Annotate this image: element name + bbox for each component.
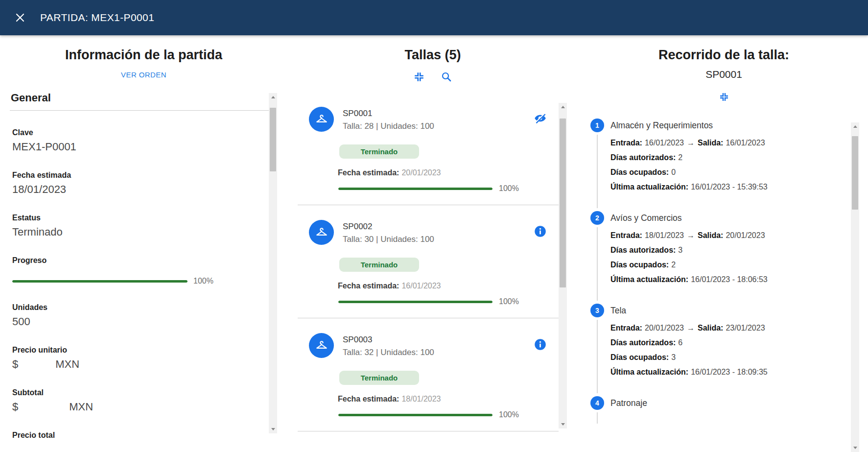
ultima-actualizacion-line: Última actualización:16/01/2023 - 15:39:… (610, 180, 768, 194)
entrada-label: Entrada: (610, 231, 642, 239)
talla-progress: 100% (338, 184, 550, 193)
salida-value: 20/01/2023 (726, 231, 765, 239)
ultima-label: Última actualización: (610, 183, 688, 191)
scroll-down-icon (271, 428, 275, 430)
card-head: SP0001 Talla: 28 | Unidades: 100 (343, 107, 434, 132)
search-button[interactable] (440, 70, 453, 84)
status-badge: Terminado (339, 371, 419, 385)
info-scrollbar[interactable] (269, 93, 277, 433)
field-value: Terminado (12, 226, 269, 238)
progress-track (338, 301, 493, 303)
talla-code: SP0001 (343, 109, 434, 119)
tallas-scrollbar[interactable] (559, 103, 567, 428)
fecha-value: 18/01/2023 (401, 395, 441, 403)
step-details: Entrada:18/01/2023→Salida:20/01/2023 Día… (610, 228, 768, 287)
talla-code: SP0003 (343, 335, 434, 345)
recorrido-panel: Recorrido de la talla: SP0001 1 Almacén … (587, 35, 860, 452)
info-scroll-area: General Clave MEX1-P0001 Fecha estimada … (10, 92, 269, 440)
scroll-up-button[interactable] (559, 103, 567, 111)
talla-card-sp0003[interactable]: SP0003 Talla: 32 | Unidades: 100 Termina… (298, 318, 559, 431)
scroll-thumb[interactable] (270, 108, 276, 171)
step-body: Almacén y Requerimientos Entrada:16/01/2… (610, 119, 768, 194)
step-name: Avíos y Comercios (610, 213, 768, 223)
fecha-value: 16/01/2023 (401, 282, 441, 290)
talla-meta: Talla: 32 | Unidades: 100 (343, 348, 434, 357)
field-estatus: Estatus Terminado (10, 214, 269, 238)
status-badge: Terminado (339, 258, 419, 272)
scroll-down-button[interactable] (851, 444, 859, 452)
currency-code: MXN (55, 358, 79, 371)
field-subtotal: Subtotal $ MXN (10, 388, 269, 413)
info-panel: Información de la partida VER ORDEN Gene… (10, 35, 278, 452)
collapse-all-button[interactable] (412, 70, 426, 84)
field-precio-total: Precio total (10, 431, 269, 440)
ver-orden-link[interactable]: VER ORDEN (10, 71, 278, 79)
field-label: Subtotal (12, 388, 269, 397)
salida-label: Salida: (698, 139, 723, 147)
currency-symbol: $ (12, 358, 18, 371)
show-route-button[interactable] (534, 225, 547, 238)
collapse-all-button[interactable] (717, 90, 731, 104)
fecha-label: Fecha estimada: (338, 168, 399, 177)
route-step-4: 4 Patronaje (590, 396, 860, 427)
step-details: Entrada:20/01/2023→Salida:23/01/2023 Día… (610, 321, 768, 380)
progress-track (338, 414, 493, 416)
scroll-up-icon (853, 125, 857, 128)
currency-code: MXN (69, 401, 93, 413)
currency-symbol: $ (12, 401, 18, 413)
scroll-up-button[interactable] (851, 122, 859, 131)
salida-label: Salida: (698, 231, 723, 239)
field-label: Precio total (12, 431, 269, 440)
modal-header: PARTIDA: MEX1-P0001 (0, 0, 868, 35)
general-section-title: General (10, 92, 269, 111)
progress-percent-label: 100% (193, 277, 213, 285)
hide-route-button[interactable] (534, 112, 547, 125)
avatar (309, 220, 334, 245)
progress-fill (338, 414, 493, 416)
scroll-thumb[interactable] (852, 136, 858, 210)
fecha-label: Fecha estimada: (338, 282, 399, 290)
scroll-down-button[interactable] (269, 425, 277, 433)
field-label: Clave (12, 128, 269, 137)
ultima-label: Última actualización: (610, 275, 688, 284)
dias-ocupados-line: Días ocupados:3 (610, 350, 768, 365)
scroll-up-button[interactable] (269, 93, 277, 101)
step-name: Patronaje (610, 398, 647, 408)
scroll-down-icon (853, 447, 857, 449)
dias-autorizados-label: Días autorizados: (610, 153, 676, 162)
step-body: Tela Entrada:20/01/2023→Salida:23/01/202… (610, 304, 768, 380)
dias-autorizados-line: Días autorizados:6 (610, 335, 768, 350)
talla-meta: Talla: 28 | Unidades: 100 (343, 121, 434, 131)
step-body: Patronaje (610, 396, 647, 410)
card-top: SP0002 Talla: 30 | Unidades: 100 (309, 220, 550, 245)
entrada-value: 18/01/2023 (645, 231, 684, 239)
dias-ocupados-label: Días ocupados: (610, 168, 669, 176)
close-button[interactable] (12, 9, 28, 26)
scroll-thumb[interactable] (560, 119, 566, 287)
info-panel-title: Información de la partida (10, 48, 278, 63)
tallas-list: SP0001 Talla: 28 | Unidades: 100 Termina… (298, 92, 559, 431)
fecha-estimada-line: Fecha estimada:18/01/2023 (338, 395, 550, 404)
field-label: Fecha estimada (12, 171, 269, 180)
dias-ocupados-value: 3 (671, 353, 676, 361)
arrow-glyph: → (687, 139, 695, 147)
step-name: Almacén y Requerimientos (610, 120, 768, 131)
dias-autorizados-label: Días autorizados: (610, 338, 676, 347)
talla-meta: Talla: 30 | Unidades: 100 (343, 235, 434, 244)
dias-ocupados-label: Días ocupados: (610, 261, 669, 269)
avatar (309, 107, 334, 132)
hanger-icon (314, 338, 329, 353)
fecha-value: 20/01/2023 (401, 168, 441, 177)
scroll-down-button[interactable] (559, 420, 567, 428)
recorrido-scrollbar[interactable] (851, 122, 859, 452)
hanger-icon (314, 112, 329, 127)
talla-card-sp0001[interactable]: SP0001 Talla: 28 | Unidades: 100 Termina… (298, 92, 559, 205)
route-step-2: 2 Avíos y Comercios Entrada:18/01/2023→S… (590, 211, 860, 304)
talla-card-sp0002[interactable]: SP0002 Talla: 30 | Unidades: 100 Termina… (298, 205, 559, 318)
dias-autorizados-line: Días autorizados:2 (610, 150, 768, 165)
field-value: $ MXN (12, 401, 269, 413)
dias-autorizados-value: 2 (678, 153, 682, 162)
scroll-down-icon (561, 423, 565, 426)
dias-ocupados-value: 2 (671, 261, 676, 269)
show-route-button[interactable] (534, 338, 547, 351)
